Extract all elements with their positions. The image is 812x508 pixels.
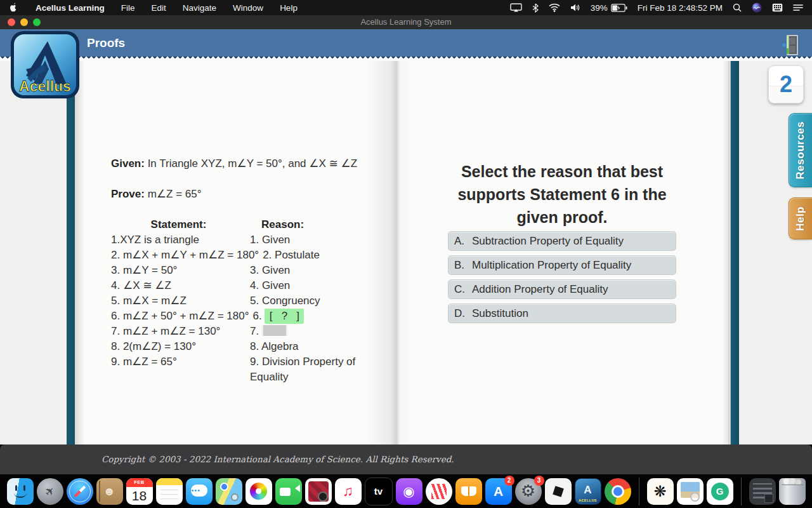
option-a-text: Subtraction Property of Equality bbox=[472, 235, 624, 248]
dock-appletv-icon[interactable]: tv bbox=[365, 478, 393, 505]
dock-chrome-icon[interactable] bbox=[605, 478, 631, 505]
control-center-icon[interactable] bbox=[793, 4, 803, 11]
dock-calendar-icon[interactable]: FEB18 bbox=[126, 478, 153, 505]
problem-number-counter: 2 bbox=[768, 65, 804, 104]
resources-tab-label: Resources bbox=[794, 121, 807, 179]
reason-7-number: 7. bbox=[250, 325, 259, 337]
minimize-window-button[interactable] bbox=[20, 18, 28, 26]
book-edge-left bbox=[67, 61, 75, 444]
dock-safari-icon[interactable] bbox=[67, 478, 93, 505]
menu-edit[interactable]: Edit bbox=[152, 3, 166, 13]
statement-6: 6. m∠Z + 50° + m∠Z = 180° bbox=[111, 309, 252, 324]
dock-photobooth-icon[interactable] bbox=[305, 478, 332, 505]
notification-badge: 2 bbox=[504, 476, 514, 486]
volume-icon[interactable] bbox=[570, 3, 580, 12]
dock-photos-icon[interactable] bbox=[246, 478, 272, 505]
dock-podcasts-icon[interactable] bbox=[396, 478, 422, 505]
zoom-window-button[interactable] bbox=[33, 18, 41, 26]
wifi-icon[interactable] bbox=[549, 3, 560, 12]
battery-percent-label: 39% bbox=[591, 3, 608, 13]
option-a-letter: A. bbox=[449, 235, 472, 248]
dock-trash-icon[interactable] bbox=[779, 478, 806, 505]
answer-options: A. Subtraction Property of Equality B. M… bbox=[448, 231, 676, 323]
dock-notes-icon[interactable] bbox=[156, 478, 183, 505]
dock-music-icon[interactable] bbox=[335, 478, 362, 505]
acellus-logo: Acellus bbox=[8, 30, 82, 101]
menu-file[interactable]: File bbox=[121, 3, 135, 13]
svg-text:Acellus: Acellus bbox=[19, 78, 71, 95]
proof-row-8: 8. 2(m∠Z) = 130° 8. Algebra bbox=[111, 339, 359, 354]
prove-line: Prove: m∠Z = 65° bbox=[111, 187, 202, 202]
dock-finder-icon[interactable] bbox=[7, 478, 34, 505]
option-b-text: Multiplication Property of Equality bbox=[472, 259, 631, 272]
dock-contacts-icon[interactable] bbox=[96, 478, 123, 505]
dock-grammarly-icon[interactable]: G bbox=[707, 478, 733, 505]
window-title-bar: Acellus Learning System bbox=[0, 15, 812, 29]
reason-7: 7. bbox=[250, 324, 287, 339]
dock-messages-icon[interactable] bbox=[186, 478, 213, 505]
help-tab[interactable]: Help bbox=[789, 197, 812, 239]
option-b-letter: B. bbox=[449, 259, 472, 272]
dock-preview-icon[interactable] bbox=[677, 478, 704, 505]
reason-column-header: Reason: bbox=[261, 217, 304, 232]
dock-appstore-icon[interactable]: 2 bbox=[485, 478, 512, 505]
menu-clock[interactable]: Fri Feb 18 2:48:52 PM bbox=[638, 3, 723, 13]
dock-mixer-icon[interactable] bbox=[749, 478, 776, 505]
option-c-text: Addition Property of Equality bbox=[472, 283, 608, 296]
calendar-month-label: FEB bbox=[126, 478, 153, 487]
answer-option-d[interactable]: D. Substitution bbox=[448, 304, 676, 323]
menu-help[interactable]: Help bbox=[280, 3, 298, 13]
dock-roblox-icon[interactable] bbox=[545, 478, 572, 505]
menu-app-name[interactable]: Acellus Learning bbox=[36, 3, 105, 13]
menu-navigate[interactable]: Navigate bbox=[183, 3, 216, 13]
answer-option-b[interactable]: B. Multiplication Property of Equality bbox=[448, 255, 676, 275]
option-d-text: Substitution bbox=[472, 307, 528, 320]
dock-acellus-icon[interactable]: AACELLUS bbox=[575, 478, 601, 505]
proof-row-5: 5. m∠X = m∠Z 5. Congruency bbox=[111, 293, 359, 309]
lesson-title: Proofs bbox=[87, 36, 125, 50]
screen-mirroring-icon[interactable] bbox=[510, 3, 522, 12]
calendar-day-label: 18 bbox=[126, 487, 153, 505]
proof-table-header: Statement: Reason: bbox=[111, 217, 304, 232]
spotlight-search-icon[interactable] bbox=[733, 3, 742, 12]
option-d-letter: D. bbox=[449, 307, 472, 320]
dock-maps-icon[interactable] bbox=[216, 478, 242, 505]
dock-launchpad-icon[interactable] bbox=[37, 478, 63, 505]
menu-window[interactable]: Window bbox=[233, 3, 263, 13]
reason-6-number: 6. bbox=[252, 310, 261, 322]
resources-tab[interactable]: Resources bbox=[789, 113, 812, 187]
statement-2: 2. m∠X + m∠Y + m∠Z = 180° bbox=[111, 248, 263, 263]
statement-7: 7. m∠Z + m∠Z = 130° bbox=[111, 324, 250, 339]
battery-charging-icon[interactable] bbox=[611, 4, 627, 12]
reason-3: 3. Given bbox=[250, 263, 290, 278]
statement-3: 3. m∠Y = 50° bbox=[111, 263, 250, 278]
dock-facetime-icon[interactable] bbox=[275, 478, 302, 505]
dock-acellus-subtext: ACELLUS bbox=[575, 498, 601, 502]
dock-news-icon[interactable] bbox=[426, 478, 452, 505]
statement-9: 9. m∠Z = 65° bbox=[111, 354, 250, 370]
input-source-icon[interactable] bbox=[772, 3, 783, 12]
answer-option-a[interactable]: A. Subtraction Property of Equality bbox=[448, 231, 676, 251]
apple-menu-icon[interactable] bbox=[9, 3, 18, 13]
exit-door-icon[interactable] bbox=[782, 33, 802, 57]
given-line: Given: In Triangle XYZ, m∠Y = 50°, and ∠… bbox=[111, 156, 357, 171]
siri-icon[interactable] bbox=[752, 3, 762, 13]
page-perforation-edge bbox=[0, 57, 812, 61]
statement6-answer-blank: [ ? ] bbox=[265, 309, 304, 324]
proof-row-9: 9. m∠Z = 65° 9. Division Property of Equ… bbox=[111, 354, 359, 385]
dock-sysprefs-icon[interactable]: 3 bbox=[515, 478, 542, 505]
close-window-button[interactable] bbox=[8, 18, 15, 26]
reason-5: 5. Congruency bbox=[250, 293, 320, 309]
reason-6: 6. [ ? ] bbox=[252, 309, 304, 324]
dock-nodenet-icon[interactable] bbox=[647, 478, 674, 505]
statement7-pending-blank bbox=[262, 325, 287, 336]
proof-row-7: 7. m∠Z + m∠Z = 130° 7. bbox=[111, 324, 359, 339]
dock-grammarly-glyph: G bbox=[711, 483, 729, 500]
proof-row-6: 6. m∠Z + 50° + m∠Z = 180° 6. [ ? ] bbox=[111, 309, 359, 324]
answer-option-c[interactable]: C. Addition Property of Equality bbox=[448, 279, 676, 299]
bluetooth-icon[interactable] bbox=[532, 3, 539, 13]
reason-2: 2. Postulate bbox=[263, 248, 320, 263]
content-area: Given: In Triangle XYZ, m∠Y = 50°, and ∠… bbox=[0, 61, 812, 444]
given-label: Given: bbox=[111, 157, 145, 170]
dock-books-icon[interactable] bbox=[455, 478, 482, 505]
